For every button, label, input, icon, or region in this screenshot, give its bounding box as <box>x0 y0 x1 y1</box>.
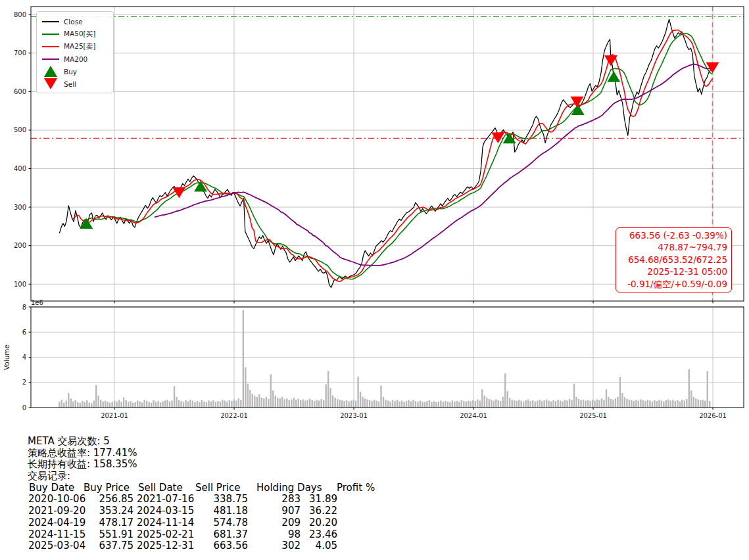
volume-bar <box>698 400 699 408</box>
volume-bar <box>66 400 67 408</box>
volume-bar <box>118 400 120 408</box>
volume-bar <box>220 402 221 408</box>
volume-bar <box>408 400 409 408</box>
legend-label: Close <box>64 18 83 26</box>
volume-bar <box>606 389 607 408</box>
volume-bar <box>243 310 244 408</box>
legend-item-ma50: MA50[买] <box>42 28 108 40</box>
volume-bar <box>304 400 306 408</box>
legend-label: Sell <box>64 80 76 88</box>
volume-bar <box>132 403 133 408</box>
volume-bar <box>329 388 331 408</box>
volume-bar <box>352 400 354 408</box>
volume-bar <box>350 400 352 408</box>
legend-label: MA50[买] <box>64 30 95 39</box>
volume-bar <box>279 398 281 408</box>
volume-bar <box>162 402 163 408</box>
volume-bar <box>654 400 655 408</box>
trade-cell: 209 <box>248 517 301 529</box>
volume-bar <box>532 400 533 408</box>
volume-bar <box>247 384 249 408</box>
volume-bar <box>229 400 230 408</box>
volume-bar <box>263 398 264 408</box>
volume-bar <box>141 402 143 408</box>
volume-bar <box>675 401 676 408</box>
volume-bar <box>695 398 696 408</box>
trade-cell: 4.05 <box>301 540 337 552</box>
volume-bar <box>364 398 366 408</box>
volume-bar <box>107 402 108 408</box>
volume-bar <box>123 398 124 408</box>
volume-bar <box>151 403 152 408</box>
volume-bar <box>128 402 129 408</box>
buy-triangle-icon <box>42 66 59 77</box>
volume-bar <box>323 400 324 408</box>
volume-bar <box>130 401 131 408</box>
volume-bar <box>185 400 186 408</box>
volume-bar <box>320 399 322 408</box>
volume-bar <box>362 397 363 408</box>
volume-bar <box>270 374 272 408</box>
volume-bar <box>649 400 650 408</box>
volume-bar <box>406 401 407 408</box>
volume-tick-label: 2 <box>22 379 26 386</box>
volume-bar <box>325 385 326 408</box>
volume-bar <box>583 400 584 408</box>
volume-bar <box>500 401 501 408</box>
volume-bar <box>546 400 547 408</box>
volume-bar <box>212 400 214 408</box>
date-tick-label: 2021-01 <box>101 412 128 419</box>
trade-cell: 283 <box>248 494 301 505</box>
volume-tick-label: 6 <box>22 329 26 336</box>
volume-bar <box>208 400 209 408</box>
volume-bar <box>629 400 630 408</box>
volume-bar <box>667 400 669 408</box>
volume-bar <box>392 400 393 408</box>
trade-col-header: Buy Price <box>84 482 130 494</box>
volume-bar <box>447 402 448 408</box>
volume-bar <box>366 400 368 408</box>
volume-bar <box>550 402 552 408</box>
volume-bar <box>100 400 101 408</box>
volume-bar <box>189 400 191 408</box>
volume-bar <box>103 402 104 408</box>
volume-bar <box>201 400 203 408</box>
volume-bar <box>566 400 568 408</box>
trade-cell: 2021-09-20 <box>28 505 93 517</box>
volume-bar <box>314 401 315 408</box>
volume-bar <box>355 400 356 408</box>
trade-record-row: 2024-04-19478.172024-11-14574.7820920.20 <box>28 517 422 529</box>
date-tick-label: 2022-01 <box>220 412 248 419</box>
volume-bar <box>337 399 338 408</box>
volume-bar <box>334 398 335 408</box>
volume-bar <box>592 400 593 408</box>
trade-cell: 551.91 <box>93 529 133 541</box>
volume-bar <box>564 400 566 408</box>
volume-bar <box>440 400 441 408</box>
volume-bar <box>562 402 563 408</box>
volume-bar <box>431 402 432 408</box>
volume-bar <box>199 402 200 408</box>
volume-bar <box>277 398 278 408</box>
trade-cell: 663.56 <box>203 540 248 552</box>
trade-cell: 2021-07-16 <box>133 494 203 505</box>
trade-record-row: 2021-09-20353.242024-03-15481.1890736.22 <box>28 505 422 517</box>
volume-bar <box>679 402 681 408</box>
volume-bar <box>105 401 106 408</box>
trade-cell: 23.46 <box>301 529 337 541</box>
volume-bar <box>295 400 297 408</box>
volume-bar <box>429 400 430 408</box>
volume-bar <box>445 401 446 408</box>
volume-bar <box>374 400 375 408</box>
trade-records-title: 交易记录: <box>28 471 435 482</box>
volume-bar <box>266 397 267 408</box>
date-tick-label: 2023-01 <box>340 412 368 419</box>
trade-cell: 36.22 <box>301 505 337 517</box>
volume-bar <box>548 400 549 408</box>
volume-bar <box>601 398 602 408</box>
volume-bar <box>537 400 538 408</box>
volume-bar <box>640 400 641 408</box>
volume-bar <box>509 398 510 408</box>
chart-legend: Close MA50[买] MA25[卖] MA200 Buy Sell <box>36 11 114 93</box>
volume-bar <box>318 400 320 408</box>
